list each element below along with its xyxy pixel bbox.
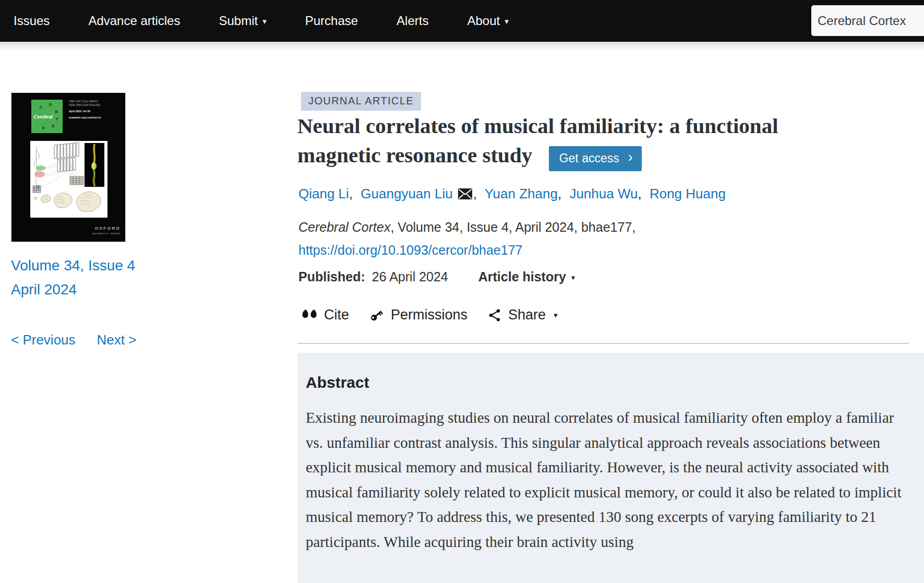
cover-site-line: academic.oup.com/cercor (69, 116, 101, 120)
nav-item-label: Purchase (305, 14, 358, 28)
doi-link[interactable]: https://doi.org/10.1093/cercor/bhae177 (298, 243, 522, 258)
key-icon (369, 308, 384, 323)
author-separator: , (638, 186, 641, 201)
oxford-logo-text: OXFORD (95, 226, 121, 231)
author-link[interactable]: Yuan Zhang (485, 186, 558, 201)
cover-issn-block: ISSN 1047-3211 (PRINT) ISSN 1460-2199 (O… (69, 100, 101, 120)
share-label: Share (508, 307, 546, 323)
author-link[interactable]: Guangyuan Liu (361, 186, 452, 201)
next-article-link[interactable]: Next > (97, 332, 137, 348)
nav-item-label: Submit (219, 14, 258, 28)
cover-letter: E (52, 124, 55, 128)
journal-article-badge: JOURNAL ARTICLE (301, 92, 421, 111)
oxford-logo-subtext: UNIVERSITY PRESS (92, 232, 121, 236)
nav-item-submit[interactable]: Submit ▾ (219, 14, 266, 28)
author-link[interactable]: Rong Huang (650, 186, 726, 201)
published-row: Published: 26 April 2024 Article history… (298, 269, 575, 284)
share-icon (488, 308, 501, 322)
title-block: Neural correlates of musical familiarity… (297, 111, 811, 173)
nav-item-label: Issues (14, 14, 50, 28)
cover-green-logo: C O R T E X Cerebral (31, 100, 63, 133)
journal-cover-thumbnail[interactable]: C O R T E X Cerebral ISSN 1047-3211 (PRI… (11, 92, 126, 242)
article-pager: < Previous Next > (11, 332, 136, 348)
chevron-down-icon: ▾ (505, 17, 509, 26)
cover-letter: T (56, 117, 58, 122)
nav-item-label: Alerts (397, 14, 428, 28)
top-nav: Issues Advance articles Submit ▾ Purchas… (0, 0, 924, 42)
get-access-button[interactable]: Get access › (549, 146, 642, 171)
abstract-section: Abstract Existing neuroimaging studies o… (297, 353, 924, 583)
abstract-text: Existing neuroimaging studies on neural … (306, 406, 902, 554)
issue-link[interactable]: Volume 34, Issue 4 April 2024 (11, 254, 167, 302)
cite-button[interactable]: Cite (302, 307, 349, 323)
article-toolbar: Cite Permissions Share ▾ (302, 307, 558, 323)
cover-issn-print: ISSN 1047-3211 (PRINT) (69, 100, 101, 103)
cover-letter: C (40, 105, 43, 110)
quote-icon (302, 309, 317, 321)
published-label: Published: (298, 269, 365, 284)
published-date: 26 April 2024 (372, 269, 448, 284)
author-link[interactable]: Qiang Li (298, 186, 349, 201)
issue-link-volume: Volume 34, Issue 4 (11, 257, 135, 273)
chevron-down-icon: ▾ (554, 311, 558, 320)
section-divider (297, 343, 909, 344)
issue-link-date: April 2024 (11, 281, 77, 298)
nav-item-label: About (467, 14, 500, 28)
nav-item-purchase[interactable]: Purchase (305, 14, 358, 28)
cover-letter: R (55, 110, 58, 114)
chevron-down-icon: ▾ (262, 17, 267, 26)
nav-item-issues[interactable]: Issues (14, 14, 50, 28)
citation-line: Cerebral Cortex, Volume 34, Issue 4, Apr… (298, 220, 635, 235)
get-access-label: Get access (559, 151, 619, 165)
author-separator: , (473, 186, 477, 201)
nav-item-advance-articles[interactable]: Advance articles (88, 14, 180, 28)
abstract-heading: Abstract (306, 374, 903, 391)
author-separator: , (558, 186, 561, 201)
author-list: Qiang Li, Guangyuan Liu, Yuan Zhang, Jun… (298, 186, 726, 202)
article-history-label: Article history (478, 269, 566, 284)
nav-item-alerts[interactable]: Alerts (397, 14, 428, 28)
email-envelope-icon[interactable] (458, 188, 472, 199)
cover-issue-line: April 2024, Vol 34 (69, 110, 101, 113)
share-button[interactable]: Share ▾ (488, 307, 558, 323)
citation-rest: , Volume 34, Issue 4, April 2024, bhae17… (390, 220, 635, 234)
oxford-university-press-logo: OXFORD UNIVERSITY PRESS (92, 227, 121, 236)
cover-letter: X (42, 126, 44, 130)
article-history-button[interactable]: Article history ▾ (478, 269, 575, 284)
cover-journal-name: Cerebral (34, 114, 53, 120)
permissions-button[interactable]: Permissions (369, 307, 467, 323)
chevron-right-icon: › (628, 152, 633, 162)
cover-issn-online: ISSN 1460-2199 (ONLINE) (69, 103, 101, 107)
permissions-label: Permissions (391, 307, 467, 323)
previous-article-link[interactable]: < Previous (11, 332, 76, 348)
nav-item-label: Advance articles (88, 14, 180, 28)
chevron-down-icon: ▾ (571, 273, 575, 282)
nav-shadow (0, 42, 924, 50)
search-input[interactable] (818, 14, 911, 28)
nav-item-about[interactable]: About ▾ (467, 14, 508, 28)
author-link[interactable]: Junhua Wu (569, 186, 638, 201)
journal-search-box[interactable] (811, 5, 924, 36)
author-separator: , (349, 186, 353, 201)
cite-label: Cite (324, 307, 349, 323)
article-title: Neural correlates of musical familiarity… (297, 114, 778, 167)
cover-letter: O (49, 102, 52, 107)
article-page: Issues Advance articles Submit ▾ Purchas… (0, 0, 924, 583)
cover-illustration (30, 141, 107, 218)
journal-name: Cerebral Cortex (298, 220, 390, 234)
